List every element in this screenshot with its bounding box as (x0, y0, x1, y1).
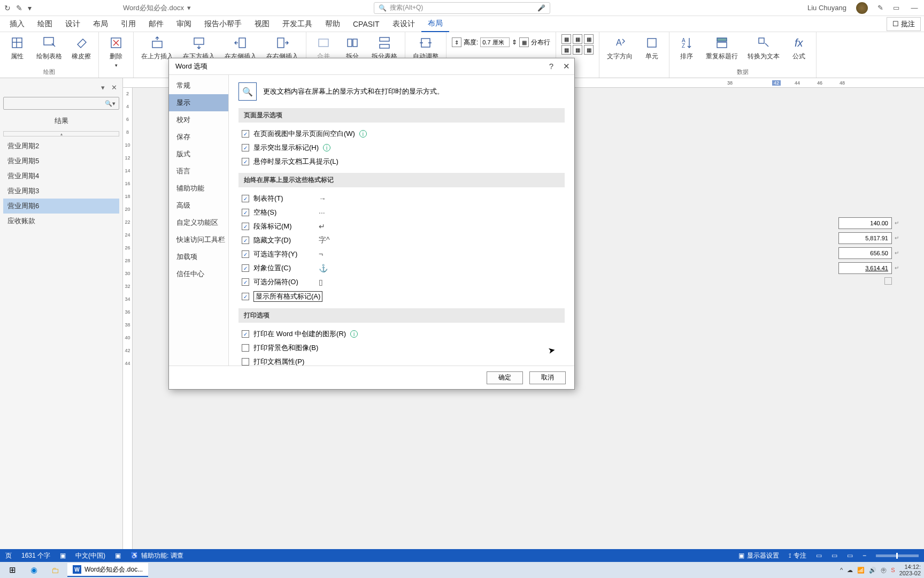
empty-cell[interactable] (884, 277, 892, 285)
taskbar-word-task[interactable]: W Word必知必会.doc... (67, 563, 148, 577)
tab-insert[interactable]: 插入 (3, 17, 31, 32)
tab-mailings[interactable]: 邮件 (142, 17, 170, 32)
page-indicator[interactable]: 页 (5, 551, 12, 560)
text-direction-button[interactable]: A文字方向 (605, 34, 635, 62)
checkbox[interactable] (242, 223, 249, 230)
side-accessibility[interactable]: 辅助功能 (169, 180, 228, 197)
vertical-ruler[interactable]: 2468101214161820222426283032343638404244 (123, 88, 133, 562)
tab-help[interactable]: 帮助 (319, 17, 346, 32)
align-tr-icon[interactable]: ▦ (584, 34, 594, 44)
autosave-icon[interactable]: ↻ (4, 4, 11, 12)
checkbox[interactable] (242, 278, 249, 286)
checkbox[interactable] (242, 144, 249, 151)
side-advanced[interactable]: 高级 (169, 197, 228, 214)
ribbon-mode-icon[interactable]: ▭ (893, 4, 899, 12)
properties-button[interactable]: 属性 (5, 34, 29, 62)
tray-volume-icon[interactable]: 🔊 (869, 567, 876, 574)
ok-button[interactable]: 确定 (487, 371, 523, 384)
checkbox[interactable] (242, 344, 249, 352)
language-indicator[interactable]: 中文(中国) (75, 551, 105, 560)
side-proofing[interactable]: 校对 (169, 111, 228, 128)
row-height-control[interactable]: ⇕ 高度: ⇕ ▦ 分布行 (452, 37, 550, 47)
side-language[interactable]: 语言 (169, 163, 228, 180)
system-tray[interactable]: ^ ☁ 📶 🔊 ㊥ S 14:12: 2023-02 (840, 564, 921, 576)
checkbox[interactable] (242, 209, 249, 216)
side-customize-ribbon[interactable]: 自定义功能区 (169, 214, 228, 231)
zoom-slider[interactable] (876, 554, 919, 557)
nav-item[interactable]: 营业周期4 (3, 169, 119, 184)
checkbox[interactable] (242, 250, 249, 258)
document-title[interactable]: Word必知必会.docx▾ (123, 3, 191, 13)
side-qat[interactable]: 快速访问工具栏 (169, 231, 228, 248)
tab-table-design[interactable]: 表设计 (386, 17, 421, 32)
checkbox[interactable] (242, 330, 249, 338)
tray-onedrive-icon[interactable]: ☁ (847, 567, 853, 574)
user-name[interactable]: Liu Chuyang (807, 4, 846, 12)
checkbox[interactable] (242, 158, 249, 165)
nav-item[interactable]: 营业周期5 (3, 154, 119, 169)
info-icon[interactable]: i (359, 130, 367, 138)
read-mode-icon[interactable]: ▭ (816, 552, 822, 559)
checkbox[interactable] (242, 195, 249, 202)
comments-button[interactable]: ☐ 批注 (887, 17, 921, 31)
pen-icon[interactable]: ✎ (877, 4, 883, 12)
table-cell[interactable]: 3,614.41 (838, 262, 892, 274)
focus-mode[interactable]: ⟟ 专注 (789, 551, 806, 560)
side-save[interactable]: 保存 (169, 128, 228, 146)
tab-references[interactable]: 引用 (114, 17, 142, 32)
dropdown-icon[interactable]: ▾ (28, 4, 32, 12)
align-tc-icon[interactable]: ▦ (573, 34, 582, 44)
avatar[interactable] (856, 2, 868, 14)
table-cell[interactable]: 5,817.91 (838, 232, 892, 244)
tray-ime-icon[interactable]: ㊥ (881, 566, 887, 574)
side-layout[interactable]: 版式 (169, 146, 228, 163)
minimize-button[interactable]: — (909, 4, 920, 12)
paint-icon[interactable]: ✎ (16, 4, 22, 12)
delete-button[interactable]: 删除▾ (104, 34, 128, 69)
checkbox[interactable] (242, 237, 249, 244)
accessibility-indicator[interactable]: ♿ 辅助功能: 调查 (130, 551, 183, 560)
sort-button[interactable]: AZ排序 (675, 34, 698, 62)
info-icon[interactable]: i (323, 144, 330, 151)
nav-item[interactable]: 营业周期6 (3, 199, 119, 214)
formula-button[interactable]: fx公式 (787, 34, 811, 62)
spell-icon[interactable]: ▣ (60, 552, 66, 559)
print-layout-icon[interactable]: ▭ (831, 552, 837, 559)
nav-item[interactable]: 应收账款 (3, 214, 119, 229)
explorer-icon[interactable]: 🗀 (46, 563, 64, 577)
web-layout-icon[interactable]: ▭ (847, 552, 853, 559)
align-mc-icon[interactable]: ▦ (573, 45, 582, 55)
checkbox[interactable] (242, 358, 249, 366)
side-trust[interactable]: 信任中心 (169, 265, 228, 283)
nav-search-input[interactable]: 🔍▾ (3, 97, 119, 110)
tray-network-icon[interactable]: 📶 (857, 567, 865, 574)
checkbox[interactable] (242, 293, 249, 300)
align-ml-icon[interactable]: ▦ (561, 45, 571, 55)
cell-button[interactable]: 单元 (640, 34, 664, 62)
tab-layout[interactable]: 布局 (87, 17, 114, 32)
tab-review[interactable]: 审阅 (170, 17, 198, 32)
tab-developer[interactable]: 开发工具 (276, 17, 319, 32)
zoom-out[interactable]: − (863, 552, 866, 559)
align-mr-icon[interactable]: ▦ (584, 45, 594, 55)
tab-design[interactable]: 设计 (59, 17, 87, 32)
tab-view[interactable]: 视图 (248, 17, 276, 32)
edge-icon[interactable]: ◉ (25, 563, 43, 577)
nav-item[interactable]: 营业周期2 (3, 139, 119, 154)
tray-sogou-icon[interactable]: S (891, 567, 895, 573)
side-general[interactable]: 常规 (169, 77, 228, 94)
tray-chevron-icon[interactable]: ^ (840, 567, 843, 573)
side-addins[interactable]: 加载项 (169, 248, 228, 265)
search-box[interactable]: 🔍 搜索(Alt+Q) 🎤 (374, 2, 550, 14)
tab-cpasit[interactable]: CPASIT (346, 17, 386, 31)
table-cell[interactable]: 656.50 (838, 247, 892, 259)
height-input[interactable] (480, 37, 510, 47)
convert-text-button[interactable]: 转换为文本 (745, 34, 782, 62)
side-display[interactable]: 显示 (169, 94, 228, 111)
start-button[interactable]: ⊞ (3, 563, 21, 577)
draw-table-button[interactable]: 绘制表格 (34, 34, 64, 62)
repeat-header-button[interactable]: 重复标题行 (704, 34, 740, 62)
nav-close-icon[interactable]: ✕ (111, 83, 117, 92)
word-count[interactable]: 1631 个字 (21, 551, 50, 560)
table-cell[interactable]: 140.00 (838, 217, 892, 229)
